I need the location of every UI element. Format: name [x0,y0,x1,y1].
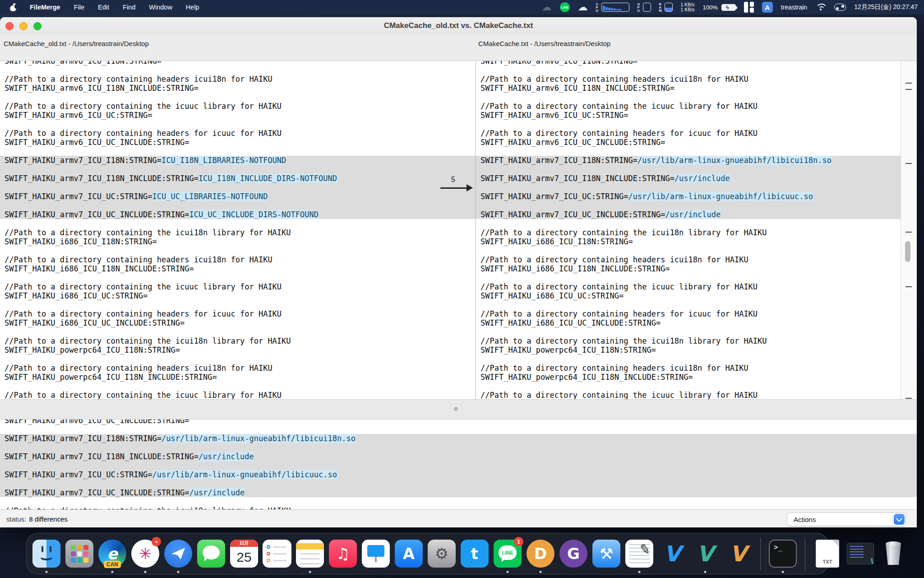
file-headers: CMakeCache_old.txt - /Users/treastrain/D… [0,34,917,61]
diff-line: SWIFT_HAIKU_armv7_ICU_I18N_INCLUDE:STRIN… [0,174,438,183]
dock-item-microsoft-edge[interactable]: eCAN [98,539,127,568]
diff-line [476,93,901,102]
cpu-meter[interactable]: CPU [596,3,629,12]
onedrive-icon[interactable]: ☁ [578,2,588,12]
actions-dropdown[interactable]: Actions [787,513,906,526]
dock-divider [760,537,761,570]
left-diff-pane[interactable]: SWIFT_HAIKU_armv6_ICU_I18N:STRING=//Path… [0,61,438,400]
battery-status[interactable]: 100% ϟ [703,4,736,11]
network-speed[interactable]: 1 KB/s 1 KB/s [681,2,695,12]
dock-item-twitter[interactable]: t [460,539,489,568]
diff-direction-arrow[interactable]: 5 [440,176,473,194]
left-file-path: CMakeCache_old.txt - /Users/treastrain/D… [4,40,149,47]
dock-item-spark[interactable] [164,539,193,568]
diff-line: SWIFT_HAIKU_armv7_ICU_UC_INCLUDE:STRING=… [476,210,901,219]
running-indicator [540,571,542,573]
diff-line [0,165,438,174]
menu-find[interactable]: Find [123,4,135,11]
dock-item-calendar[interactable]: 12月25 [230,539,259,568]
dock-item-terminal[interactable]: >_ [768,539,797,568]
scrollbar-thumb[interactable] [905,241,910,262]
dock-item-line[interactable]: LINE1 [493,539,522,568]
dock-item-messages[interactable] [197,539,226,568]
diff-line: //Path to a directory containing headers… [0,129,438,138]
diff-line: //Path to a directory containing the icu… [476,282,901,291]
status-bar: status: 8 differences Actions [0,509,917,527]
diff-position-tick [906,398,912,399]
diff-line [476,183,901,192]
discord-icon: D [527,540,554,568]
control-center-icon[interactable] [834,4,846,11]
gpu-meter[interactable]: GPU [638,3,651,12]
messages-icon [197,540,225,568]
dock-item-launchpad[interactable] [65,539,94,568]
dock-item-xcode[interactable]: ⚒ [592,539,621,568]
diff-line: SWIFT_HAIKU_armv7_ICU_UC_INCLUDE:STRING=… [0,210,438,219]
dock-item-slack[interactable]: ✳• [131,539,160,568]
dock-item-keynote[interactable] [361,539,390,568]
right-diff-pane[interactable]: SWIFT_HAIKU_armv6_ICU_I18N:STRING=//Path… [476,61,901,400]
dock-item-github-desktop[interactable]: G [559,539,588,568]
splitter-handle[interactable] [454,407,458,411]
vertical-scrollbar[interactable] [901,61,917,400]
diff-line [476,65,901,75]
title-bar[interactable]: CMakeCache_old.txt vs. CMakeCache.txt [0,17,917,34]
diff-line: //Path to a directory containing headers… [476,255,901,264]
dock-item-vscode[interactable]: V [658,539,687,568]
diff-line: SWIFT_HAIKU_armv6_ICU_I18N:STRING= [476,61,901,65]
diff-line: SWIFT_HAIKU_i686_ICU_I18N:STRING= [0,237,438,246]
diff-line: //Path to a directory containing the icu… [0,102,438,111]
wifi-icon[interactable] [815,3,826,11]
dock-item-trash[interactable] [879,539,908,568]
dock-item-notes[interactable] [296,539,324,568]
diff-line: SWIFT_HAIKU_armv7_ICU_I18N_INCLUDE:STRIN… [476,174,901,183]
diff-line [0,300,438,309]
menu-window[interactable]: Window [149,4,172,11]
chevron-down-icon[interactable] [894,514,905,525]
merged-result-pane[interactable]: SWIFT_HAIKU_armv6_ICU_UC_INCLUDE:STRING=… [0,419,917,510]
dock-item-music[interactable]: ♫ [328,539,357,568]
dock-item-vscode-insiders[interactable]: V [691,539,720,568]
system-preferences-icon: ⚙ [428,540,456,568]
dock-item-discord[interactable]: D [526,539,555,568]
menu-bar: FileMerge File Edit Find Window Help ☁ L… [0,0,924,14]
diff-line: SWIFT_HAIKU_i686_ICU_I18N_INCLUDE:STRING… [0,264,438,273]
diff-line: //Path to a directory containing headers… [476,309,901,318]
dock-item-vscode-exploration[interactable]: V [724,539,753,568]
dock-item-minimized-window[interactable]: V [846,539,875,568]
cpu-histogram [601,3,629,12]
dock-item-system-preferences[interactable]: ⚙ [427,539,456,568]
menu-file[interactable]: File [74,4,84,11]
twitter-icon: t [461,540,489,568]
menu-app[interactable]: FileMerge [30,4,60,11]
diff-number: 5 [451,176,455,184]
diff-gutter: 5 [438,61,476,400]
menu-edit[interactable]: Edit [98,4,109,11]
dock-item-reminders[interactable] [263,539,291,568]
window-tiles-icon[interactable] [744,2,754,13]
running-indicator [782,571,784,573]
txt-document-icon: TXT [816,540,839,568]
menu-clock[interactable]: 12月25日(金) 20:27:47 [854,3,918,11]
username[interactable]: treastrain [781,4,807,11]
diff-line [0,327,438,336]
diff-comparison-area: SWIFT_HAIKU_armv6_ICU_I18N:STRING=//Path… [0,61,917,400]
filemerge-window: CMakeCache_old.txt vs. CMakeCache.txt CM… [0,17,917,527]
input-source-icon[interactable]: A [762,2,773,13]
menu-help[interactable]: Help [186,4,199,11]
window-title: CMakeCache_old.txt vs. CMakeCache.txt [0,17,917,34]
diff-line [476,165,901,174]
line-menu-icon[interactable]: LINE [560,2,570,12]
pane-splitter[interactable] [0,399,917,420]
ram-meter[interactable]: RAM [659,3,673,12]
dock-item-finder[interactable] [32,539,61,568]
dock-item-textedit[interactable]: ✎ [625,539,654,568]
diff-line: //Path to a directory containing headers… [476,129,901,138]
cloud-sync-icon[interactable]: ☁ [542,2,552,12]
net-down: 1 KB/s [681,7,695,12]
diff-line: //Path to a directory containing the icu… [476,336,901,345]
diff-line: //Path to a directory containing headers… [0,75,438,84]
dock-item-app-store[interactable]: A [394,539,423,568]
dock-item-txt-document[interactable]: TXT [813,539,842,568]
apple-menu-icon[interactable] [10,3,16,11]
